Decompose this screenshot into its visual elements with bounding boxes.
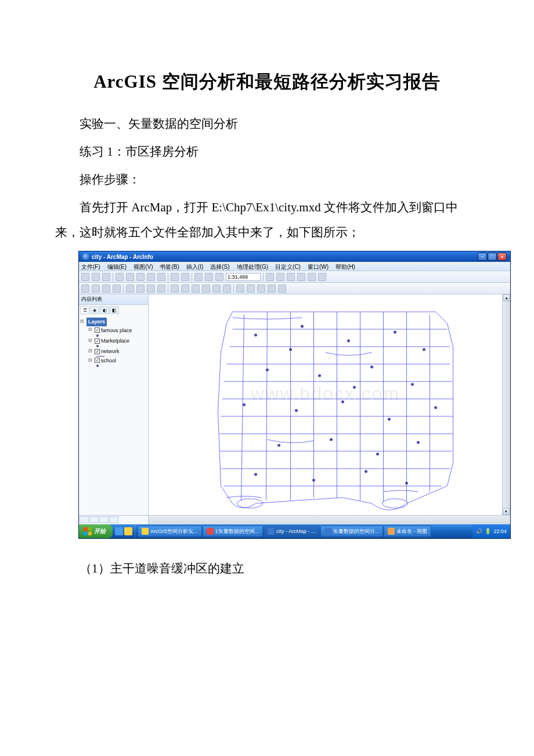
layer-checkbox[interactable]: ✓ <box>95 358 100 363</box>
layer-name[interactable]: famous place <box>101 326 132 334</box>
taskbar-item[interactable]: city - ArcMap - ... <box>264 525 320 537</box>
taskbar-item[interactable]: ArcGIS空间分析实... <box>138 525 202 537</box>
toc-tab-list[interactable]: ☰ <box>80 306 89 314</box>
clear-selection-icon[interactable] <box>181 285 189 293</box>
tool-icon[interactable] <box>205 273 213 281</box>
toc-tab-selection[interactable]: ◧ <box>110 306 119 314</box>
print-icon[interactable] <box>116 273 124 281</box>
menu-file[interactable]: 文件(F) <box>81 263 100 269</box>
point-symbol-icon <box>96 365 99 367</box>
layer-name[interactable]: network <box>101 347 120 355</box>
tool-icon[interactable] <box>236 285 244 293</box>
cut-icon[interactable] <box>126 273 134 281</box>
vertical-scrollbar[interactable]: ▴ ▾ <box>502 294 510 515</box>
toc-header: 内容列表 <box>79 294 148 305</box>
paragraph-4: 首先打开 ArcMap，打开 E:\Chp7\Ex1\city.mxd 文件将文… <box>55 195 479 245</box>
measure-icon[interactable] <box>212 285 221 293</box>
close-button[interactable]: × <box>497 253 507 261</box>
paste-icon[interactable] <box>147 273 155 281</box>
taskbar-item[interactable]: 未命名 - 画图 <box>384 525 431 537</box>
menu-geoprocessing[interactable]: 地理处理(G) <box>237 263 268 269</box>
copy-icon[interactable] <box>136 273 145 281</box>
toc-tab-visibility[interactable]: ◐ <box>100 306 109 314</box>
fixed-zoom-out-icon[interactable] <box>136 285 145 293</box>
maximize-button[interactable]: □ <box>488 253 497 261</box>
tray-icon[interactable]: 🔊 <box>476 528 482 534</box>
tool-icon[interactable] <box>247 285 255 293</box>
open-icon[interactable] <box>92 273 100 281</box>
clock[interactable]: 22:04 <box>493 528 507 534</box>
find-icon[interactable] <box>202 285 210 293</box>
window-title: city - ArcMap - ArcInfo <box>92 254 153 260</box>
expander-icon[interactable]: ⊟ <box>80 318 85 326</box>
data-view-tab[interactable] <box>80 516 89 523</box>
svg-point-34 <box>434 406 437 409</box>
zoom-in-icon[interactable] <box>81 285 89 293</box>
scroll-down-icon[interactable]: ▾ <box>503 508 510 515</box>
menu-view[interactable]: 视图(V) <box>134 263 153 269</box>
fixed-zoom-in-icon[interactable] <box>126 285 134 293</box>
ie-icon[interactable] <box>115 527 123 535</box>
horizontal-scrollbar[interactable] <box>149 516 510 524</box>
menu-edit[interactable]: 编辑(E) <box>107 263 127 269</box>
taskbar-item[interactable]: 1矢量数据的空间... <box>203 525 264 537</box>
pause-tab[interactable] <box>109 516 118 523</box>
toc-tab-source[interactable]: ◈ <box>90 306 99 314</box>
pan-icon[interactable] <box>102 285 110 293</box>
document-title: ArcGIS 空间分析和最短路径分析实习报告 <box>55 70 479 94</box>
expander-icon[interactable]: ⊟ <box>88 348 93 355</box>
scale-input[interactable] <box>226 273 261 281</box>
menu-select[interactable]: 选择(S) <box>210 263 229 269</box>
refresh-tab[interactable] <box>99 516 109 523</box>
layer-name[interactable]: Marketplace <box>101 337 129 345</box>
new-icon[interactable] <box>81 273 89 281</box>
scroll-up-icon[interactable]: ▴ <box>503 294 510 301</box>
catalog-icon[interactable] <box>266 273 274 281</box>
system-tray[interactable]: 🔊 🔋 22:04 <box>472 524 510 538</box>
minimize-button[interactable]: − <box>478 253 487 261</box>
expander-icon[interactable]: ⊟ <box>88 357 93 365</box>
toolbox-icon[interactable] <box>287 273 295 281</box>
search-icon[interactable] <box>276 273 284 281</box>
map-canvas[interactable]: www.bdocx.com <box>149 294 502 515</box>
menu-window[interactable]: 窗口(W) <box>308 263 329 269</box>
layer-checkbox[interactable]: ✓ <box>95 339 100 344</box>
tool-icon[interactable] <box>257 285 265 293</box>
tool-icon[interactable] <box>278 285 286 293</box>
python-icon[interactable] <box>297 273 305 281</box>
start-button[interactable]: 开始 <box>79 524 113 538</box>
tool-icon[interactable] <box>318 273 326 281</box>
svg-point-38 <box>417 441 420 444</box>
tool-icon[interactable] <box>215 273 223 281</box>
layout-view-tab[interactable] <box>89 516 99 523</box>
full-extent-icon[interactable] <box>113 285 121 293</box>
delete-icon[interactable] <box>157 273 165 281</box>
hyperlink-icon[interactable] <box>223 285 231 293</box>
add-data-icon[interactable] <box>194 273 203 281</box>
forward-icon[interactable] <box>157 285 165 293</box>
menu-help[interactable]: 帮助(H) <box>335 263 355 269</box>
layer-checkbox[interactable]: ✓ <box>95 327 100 333</box>
menu-insert[interactable]: 插入(I) <box>186 263 203 269</box>
expander-icon[interactable]: ⊟ <box>88 326 93 334</box>
layers-root[interactable]: Layers <box>86 318 107 326</box>
expander-icon[interactable]: ⊟ <box>88 337 93 345</box>
tool-icon[interactable] <box>268 285 276 293</box>
tool-icon[interactable] <box>308 273 316 281</box>
layer-checkbox[interactable]: ✓ <box>95 349 100 354</box>
zoom-out-icon[interactable] <box>92 285 100 293</box>
arcmap-screenshot: city - ArcMap - ArcInfo − □ × 文件(F) 编辑(E… <box>78 251 479 539</box>
tray-icon[interactable]: 🔋 <box>485 528 491 534</box>
redo-icon[interactable] <box>181 273 189 281</box>
back-icon[interactable] <box>147 285 155 293</box>
select-icon[interactable] <box>171 285 179 293</box>
app-icon <box>82 253 89 260</box>
layer-name[interactable]: school <box>101 357 116 365</box>
identify-icon[interactable] <box>192 285 200 293</box>
save-icon[interactable] <box>102 273 110 281</box>
folder-icon[interactable] <box>124 527 132 535</box>
menu-customize[interactable]: 目定义(C) <box>275 263 301 269</box>
menu-bookmark[interactable]: 书签(B) <box>160 263 179 269</box>
taskbar-item[interactable]: 矢量数据的空间分... <box>320 525 384 537</box>
undo-icon[interactable] <box>171 273 179 281</box>
